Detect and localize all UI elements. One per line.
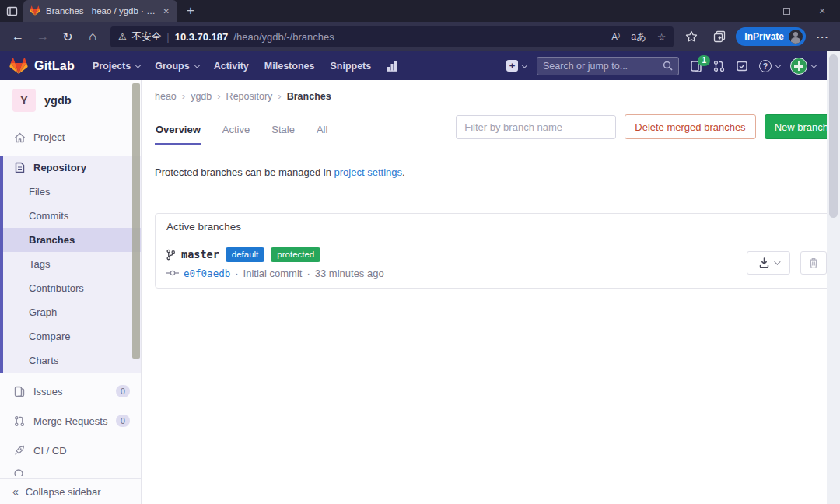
- user-menu[interactable]: [790, 58, 815, 75]
- breadcrumb: heao › ygdb › Repository › Branches: [155, 80, 838, 110]
- protected-branches-note: Protected branches can be managed in pro…: [155, 166, 838, 178]
- not-secure-label[interactable]: 不安全: [132, 30, 162, 44]
- issues-icon: [13, 386, 26, 397]
- project-header[interactable]: Y ygdb: [0, 80, 141, 122]
- sidebar-item-commits[interactable]: Commits: [3, 204, 141, 228]
- url-field[interactable]: ⚠ 不安全 | 10.3.70.187 /heao/ygdb/-/branche…: [110, 26, 674, 47]
- favorites-icon[interactable]: [680, 25, 703, 48]
- sidebar-item-contributors[interactable]: Contributors: [3, 276, 141, 300]
- branch-row-master: master default protected e0f0aedb · Init…: [156, 240, 838, 288]
- branch-filter-input[interactable]: [456, 115, 616, 139]
- help-menu[interactable]: ?: [759, 60, 779, 72]
- sidebar-item-project[interactable]: Project: [0, 125, 141, 149]
- sidebar-item-cicd[interactable]: CI / CD: [0, 436, 141, 465]
- new-dropdown-button[interactable]: +: [506, 60, 526, 72]
- url-host: 10.3.70.187: [175, 31, 229, 43]
- tab-title: Branches - heao / ygdb · GitLab: [46, 6, 156, 16]
- breadcrumb-heao[interactable]: heao: [155, 91, 177, 102]
- refresh-icon[interactable]: ↻: [56, 25, 79, 48]
- project-settings-link[interactable]: project settings: [334, 166, 402, 178]
- page-scrollbar[interactable]: [827, 51, 840, 504]
- plus-icon: +: [506, 60, 518, 72]
- sidebar-item-branches[interactable]: Branches: [3, 228, 141, 252]
- chart-icon[interactable]: [380, 61, 405, 72]
- commit-icon: [166, 269, 179, 277]
- branch-icon: [166, 249, 175, 261]
- project-sidebar: Y ygdb Project Repository: [0, 80, 142, 504]
- nav-snippets[interactable]: Snippets: [323, 61, 378, 72]
- not-secure-warning-icon[interactable]: ⚠: [118, 31, 127, 42]
- sidebar-item-partial[interactable]: [0, 465, 141, 476]
- window-maximize-button[interactable]: [768, 0, 804, 22]
- back-icon[interactable]: ←: [6, 25, 30, 48]
- browser-menu-icon[interactable]: ⋯: [810, 25, 834, 48]
- merge-requests-icon[interactable]: [713, 60, 725, 72]
- breadcrumb-ygdb[interactable]: ygdb: [191, 91, 212, 102]
- sidebar-item-issues[interactable]: Issues 0: [0, 376, 141, 406]
- sidebar-item-label: Project: [33, 131, 65, 143]
- global-search[interactable]: [537, 57, 679, 75]
- sidebar-item-label: Issues: [33, 386, 63, 397]
- new-tab-button[interactable]: +: [177, 3, 204, 19]
- project-avatar: Y: [12, 89, 36, 112]
- inprivate-badge[interactable]: InPrivate: [736, 27, 806, 46]
- sidebar-item-charts[interactable]: Charts: [3, 348, 141, 373]
- tab-overview[interactable]: Overview: [155, 117, 201, 145]
- maximize-icon: [783, 8, 790, 15]
- profile-avatar: [789, 30, 803, 44]
- gitlab-wordmark: GitLab: [34, 59, 75, 73]
- translate-icon[interactable]: aあ: [631, 30, 646, 44]
- sidebar-item-repository[interactable]: Repository: [3, 156, 141, 180]
- gitlab-logo[interactable]: GitLab: [9, 57, 75, 75]
- collapse-sidebar-button[interactable]: « Collapse sidebar: [0, 478, 141, 504]
- url-separator: |: [166, 31, 169, 43]
- nav-milestones[interactable]: Milestones: [257, 61, 322, 72]
- delete-branch-button[interactable]: [800, 251, 827, 275]
- search-icon: [663, 61, 673, 71]
- sidebar-item-compare[interactable]: Compare: [3, 324, 141, 348]
- window-close-button[interactable]: ✕: [804, 0, 840, 22]
- collapse-label: Collapse sidebar: [26, 486, 101, 498]
- sidebar-item-graph[interactable]: Graph: [3, 300, 141, 324]
- sidebar-item-label: Merge Requests: [33, 415, 107, 427]
- browser-tab[interactable]: Branches - heao / ygdb · GitLab ✕: [23, 0, 177, 22]
- chevron-down-icon: [521, 61, 527, 68]
- home-icon[interactable]: ⌂: [81, 25, 104, 48]
- inprivate-label: InPrivate: [744, 31, 784, 42]
- collections-icon[interactable]: [708, 25, 731, 48]
- sidebar-scrollbar-thumb[interactable]: [132, 83, 140, 359]
- sidebar-item-tags[interactable]: Tags: [3, 252, 141, 276]
- issues-icon[interactable]: 1: [690, 60, 702, 72]
- vertical-tabs-icon[interactable]: [0, 0, 23, 22]
- nav-activity[interactable]: Activity: [207, 61, 256, 72]
- read-aloud-icon[interactable]: A⁾: [611, 31, 620, 43]
- repository-icon: [13, 162, 26, 173]
- delete-merged-branches-button[interactable]: Delete merged branches: [625, 114, 755, 139]
- nav-projects[interactable]: Projects: [86, 61, 146, 72]
- search-input[interactable]: [543, 61, 658, 72]
- chevron-down-icon: [194, 61, 200, 68]
- add-favorite-icon[interactable]: ☆: [657, 31, 666, 43]
- nav-groups[interactable]: Groups: [148, 61, 205, 72]
- branch-name-link[interactable]: master: [181, 248, 219, 261]
- tab-active[interactable]: Active: [222, 117, 250, 145]
- download-branch-button[interactable]: [747, 251, 790, 275]
- gitlab-favicon-icon: [30, 5, 40, 16]
- tab-close-icon[interactable]: ✕: [162, 7, 171, 16]
- commit-hash-link[interactable]: e0f0aedb: [184, 268, 230, 279]
- window-minimize-button[interactable]: —: [733, 0, 768, 22]
- sidebar-item-files[interactable]: Files: [3, 180, 141, 204]
- browser-address-bar: ← → ↻ ⌂ ⚠ 不安全 | 10.3.70.187 /heao/ygdb/-…: [0, 22, 840, 51]
- commit-time: 33 minutes ago: [315, 268, 384, 279]
- chevron-down-icon: [135, 61, 141, 68]
- breadcrumb-repository[interactable]: Repository: [226, 91, 273, 102]
- browser-tab-strip: Branches - heao / ygdb · GitLab ✕ + — ✕: [0, 0, 840, 22]
- tab-all[interactable]: All: [316, 117, 328, 145]
- tab-stale[interactable]: Stale: [271, 117, 296, 145]
- page-scrollbar-thumb[interactable]: [829, 54, 838, 218]
- chevron-down-icon: [775, 61, 781, 68]
- panel-title: Active branches: [156, 214, 838, 240]
- default-badge: default: [226, 247, 265, 262]
- todos-icon[interactable]: [736, 60, 748, 72]
- sidebar-item-merge-requests[interactable]: Merge Requests 0: [0, 406, 141, 436]
